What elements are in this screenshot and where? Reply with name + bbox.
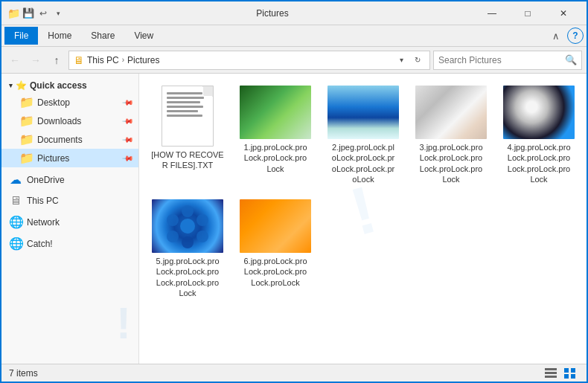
status-right [542,366,579,381]
minimize-button[interactable]: — [475,1,509,25]
pin-icon-pictures: 📌 [122,152,134,164]
file-thumbnail-2 [327,86,399,139]
network-icon: 🌐 [9,215,22,229]
sidebar-item-documents[interactable]: 📁 Documents 📌 [1,130,138,149]
svg-point-1 [196,214,208,226]
tab-view[interactable]: View [124,27,163,45]
sidebar-item-desktop[interactable]: 📁 Desktop 📌 [1,93,138,112]
icon-view-button[interactable] [561,366,579,381]
address-dropdown-icon[interactable]: ▾ [394,51,409,70]
sidebar-item-desktop-label: Desktop [37,97,70,108]
status-item-count: 7 items [9,368,38,379]
title-bar-quick-access: 📁 💾 ↩ ▾ [7,7,64,19]
list-item[interactable]: [HOW TO RECOVER FILES].TXT [147,81,229,189]
list-view-button[interactable] [542,366,560,381]
file-thumbnail-6 [240,199,311,253]
sidebar-catch-label: Catch! [27,239,53,249]
quick-access-icon: ⭐ [16,80,27,91]
content-area: ! [HOW TO RECOVER FILES]. [139,74,587,364]
ribbon-tabs: File Home Share View ∧ ? [1,25,587,46]
svg-point-4 [167,231,179,242]
maximize-button[interactable]: □ [511,1,545,25]
svg-rect-7 [545,368,557,370]
status-bar: 7 items [1,364,587,382]
search-box[interactable]: 🔍 [433,51,582,70]
file-thumbnail-txt [162,86,214,147]
svg-rect-8 [545,372,557,374]
file-thumbnail-3 [415,86,487,139]
svg-point-2 [196,231,208,242]
sidebar-item-pictures[interactable]: 📁 Pictures 📌 [1,149,138,167]
forward-button[interactable]: → [27,51,45,69]
window-controls: — □ ✕ [475,1,581,25]
file-thumbnail-5 [152,199,223,253]
flower-decoration [152,199,223,253]
quick-access-label: Quick access [30,80,87,91]
path-pictures: Pictures [127,55,159,65]
svg-rect-12 [564,374,569,379]
svg-point-6 [180,219,195,234]
thispc-icon: 🖥 [9,194,22,207]
list-item[interactable]: 2.jpeg.proLock.ploLock.proLock.proLock.p… [322,81,404,189]
list-item[interactable]: 3.jpg.proLock.proLock.proLock.proLock.pr… [410,81,492,189]
svg-point-3 [182,236,194,248]
file-name-txt: [HOW TO RECOVER FILES].TXT [150,149,225,171]
sidebar-onedrive-label: OneDrive [27,175,65,185]
svg-point-5 [167,214,179,226]
svg-rect-10 [564,368,569,373]
address-refresh-icon[interactable]: ↻ [410,51,425,70]
pin-icon-documents: 📌 [122,133,134,145]
address-path[interactable]: 🖥 This PC › Pictures ▾ ↻ [68,51,430,70]
desktop-folder-icon: 📁 [19,95,33,109]
svg-rect-9 [545,376,557,378]
sidebar-item-pictures-label: Pictures [37,153,69,164]
catch-icon: 🌐 [9,236,22,251]
list-item[interactable]: 6.jpg.proLock.proLock.proLock.proLock.pr… [234,195,316,303]
sidebar-item-network[interactable]: 🌐 Network [1,213,138,231]
doc-icon [162,86,214,147]
search-icon[interactable]: 🔍 [565,54,577,65]
list-item[interactable]: 5.jpg.proLock.proLock.proLock.proLock.pr… [147,195,229,303]
search-input[interactable] [438,55,562,65]
tab-file[interactable]: File [4,27,38,45]
title-bar: 📁 💾 ↩ ▾ Pictures — □ ✕ [1,1,587,25]
back-button[interactable]: ← [6,51,24,69]
documents-folder-icon: 📁 [19,132,33,147]
onedrive-icon: ☁ [9,173,22,187]
list-item[interactable]: 1.jpg.proLock.proLock.proLock.proLock [234,81,316,189]
file-thumbnail-1 [240,86,311,139]
ribbon-collapse-icon[interactable]: ∧ [548,28,564,44]
file-name-4: 4.jpg.proLock.proLock.proLock.proLock.pr… [508,142,571,184]
sidebar: ▾ ⭐ Quick access 📁 Desktop 📌 📁 Downloads… [1,74,139,364]
window: 📁 💾 ↩ ▾ Pictures — □ ✕ File Home Share V… [0,0,588,383]
sidebar-item-catch[interactable]: 🌐 Catch! [1,234,138,253]
sidebar-quick-access-header[interactable]: ▾ ⭐ Quick access [1,78,138,93]
file-name-3: 3.jpg.proLock.proLock.proLock.proLock.pr… [420,142,483,184]
path-icon: 🖥 [74,54,84,66]
tab-share[interactable]: Share [81,27,124,45]
path-thispc: This PC [87,55,119,65]
sidebar-item-downloads[interactable]: 📁 Downloads 📌 [1,112,138,130]
path-chevron-1: › [122,56,124,64]
file-name-2: 2.jpeg.proLock.ploLock.proLock.proLock.p… [332,142,394,184]
sidebar-thispc-label: This PC [27,196,59,206]
folder-icon: 📁 [7,7,19,19]
file-name-1: 1.jpg.proLock.proLock.proLock.proLock [244,142,307,174]
pictures-folder-icon: 📁 [19,151,33,165]
tab-home[interactable]: Home [38,27,81,45]
file-name-5: 5.jpg.proLock.proLock.proLock.proLock.pr… [156,256,220,298]
svg-point-0 [182,205,194,217]
close-button[interactable]: ✕ [546,1,581,25]
downloads-folder-icon: 📁 [19,114,33,128]
sidebar-item-downloads-label: Downloads [37,116,81,126]
sidebar-item-onedrive[interactable]: ☁ OneDrive [1,170,138,189]
up-button[interactable]: ↑ [48,51,65,69]
address-controls: ▾ ↻ [394,51,425,70]
list-item[interactable]: 4.jpg.proLock.proLock.proLock.proLock.pr… [498,81,580,189]
sidebar-item-thispc[interactable]: 🖥 This PC [1,192,138,210]
help-icon[interactable]: ? [567,28,584,44]
pin-icon-desktop: 📌 [122,96,134,108]
quick-access-dropdown[interactable]: ▾ [52,7,64,19]
window-title: Pictures [70,8,475,19]
files-grid: [HOW TO RECOVER FILES].TXT 1.jpg.proLock… [147,81,579,303]
